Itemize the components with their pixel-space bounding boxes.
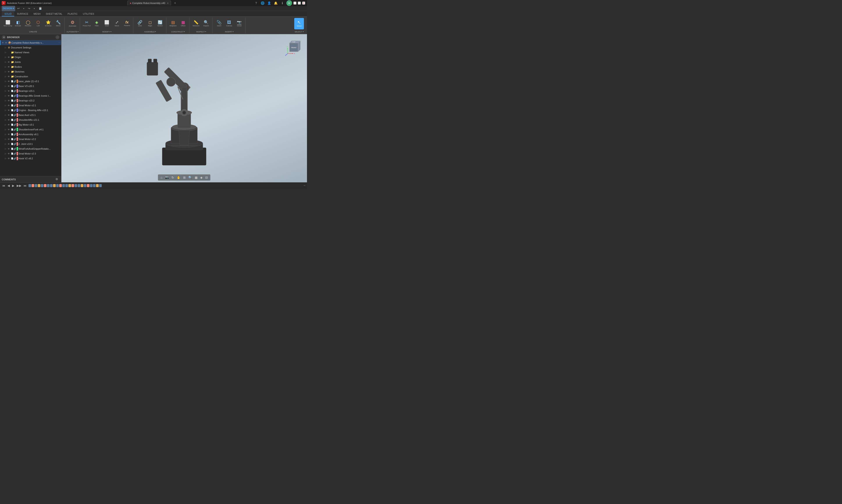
timeline-marker-7[interactable] [47,184,50,187]
component-eye-15[interactable]: 👁 [7,152,11,155]
tree-component-12[interactable]: ▷👁📄🔗Smal Motor v2:2 [0,137,61,142]
tree-component-15[interactable]: ▷👁📄🔗Smal Motor v2:3 [0,151,61,156]
user-avatar[interactable]: U [286,0,292,6]
timeline-marker-21[interactable] [90,184,92,187]
timeline-marker-16[interactable] [74,184,77,187]
timeline-marker-24[interactable] [99,184,102,187]
save-btn[interactable]: 💾 [37,6,43,10]
component-eye-12[interactable]: 👁 [7,138,11,141]
tree-component-2[interactable]: ▷👁📄🔗Bearings v15:1 [0,89,61,93]
notification-btn[interactable]: 🔔 [273,0,279,6]
shell-btn[interactable]: ⬜ Shell [102,18,111,29]
mirror-btn[interactable]: 🔧 Mirror [53,18,63,29]
select-btn[interactable]: ↖ Select [294,18,304,29]
tree-component-16[interactable]: ▷👁📄🔗Hook V2 v8:2 [0,156,61,161]
nav-cube[interactable]: TOP FRONT Y X Z [285,39,303,56]
browser-back-btn[interactable]: ◀ [2,35,6,39]
timeline-marker-2[interactable] [32,184,34,187]
timeline-marker-18[interactable] [81,184,83,187]
component-eye-8[interactable]: 👁 [7,119,11,121]
tab-mesh[interactable]: MESH [31,12,43,16]
component-eye-10[interactable]: 👁 [7,128,11,131]
tree-component-14[interactable]: ▷👁📄🔗WristForkAndGripperRotatio... [0,146,61,151]
canvas-btn[interactable]: 🖼 Canvas [224,18,234,29]
timeline-marker-23[interactable] [96,184,99,187]
close-btn[interactable]: ✕ [302,2,305,5]
timeline-marker-14[interactable] [68,184,71,187]
timeline-marker-3[interactable] [35,184,37,187]
timeline-marker-8[interactable] [50,184,53,187]
origin-eye[interactable]: 👁 [7,56,11,58]
component-eye-7[interactable]: 👁 [7,114,11,116]
timeline-track[interactable] [29,182,301,188]
offset-face-btn[interactable]: ▦ Offset [178,18,188,29]
timeline-marker-17[interactable] [77,184,80,187]
component-eye-5[interactable]: 👁 [7,104,11,107]
press-pull-btn[interactable]: ✂ Press Pull [82,18,91,29]
comments-settings-btn[interactable]: ⚙ [55,178,59,181]
new-tab-btn[interactable]: + [172,0,178,6]
measure-btn[interactable]: 📏 Measure [191,18,201,29]
tab-solid[interactable]: SOLID [2,12,14,16]
timeline-marker-20[interactable] [87,184,89,187]
redo-dropdown[interactable]: ▾ [32,6,37,11]
bodies-eye[interactable]: 👁 [7,66,11,68]
root-visibility[interactable]: 👁 [4,42,8,44]
timeline-marker-11[interactable] [59,184,62,187]
sketches-eye[interactable]: 👁 [7,71,11,73]
component-eye-1[interactable]: 👁 [7,85,11,87]
params-btn[interactable]: fx Params [122,18,132,29]
pan-btn[interactable]: ✋ [176,175,181,180]
timeline-marker-22[interactable] [93,184,95,187]
tree-component-4[interactable]: ▷👁📄🔗Bearings v15:2 [0,98,61,103]
component-eye-2[interactable]: 👁 [7,90,11,92]
undo-btn[interactable]: ↩ [16,6,21,11]
community-btn[interactable]: 🌐 [260,0,265,6]
tab-sheet-metal[interactable]: SHEET METAL [43,12,65,16]
timeline-play-btn[interactable]: ▶ [12,183,15,188]
help-btn[interactable]: ? [253,0,259,6]
loft-btn[interactable]: ⬡ Loft [33,18,43,29]
tree-component-0[interactable]: ▷👁📄🔗base_plate (2) v3:1 [0,79,61,84]
redo-btn[interactable]: ↪ [27,6,31,11]
tree-component-10[interactable]: ▷👁📄🔗ShoulderInnerFork v4:1 [0,127,61,132]
timeline-forward-btn[interactable]: ▶▶ [16,183,22,188]
timeline-marker-6[interactable] [44,184,47,187]
tree-component-7[interactable]: ▷👁📄🔗Base Axel v15:1 [0,113,61,118]
timeline-back-btn[interactable]: ◀ [7,183,10,188]
tree-construction[interactable]: ▷ 👁 📁 Construction [0,74,61,79]
timeline-marker-19[interactable] [84,184,86,187]
timeline-marker-4[interactable] [38,184,40,187]
minimize-btn[interactable]: ─ [293,2,296,5]
fillet-btn[interactable]: ◈ Fillet [92,18,102,29]
tree-sketches[interactable]: ▷ 👁 📁 Sketches [0,69,61,74]
extrude-btn[interactable]: ◧ Extrude [13,18,23,29]
tree-root-item[interactable]: ▼ 👁 📦 Complete Robot Assembly v... ⋯ [0,40,61,45]
tree-component-6[interactable]: ▷👁📄🔗Engine - Bearing Affix v15:1 [0,108,61,113]
orbit-btn[interactable]: ↻ [171,175,175,180]
tree-component-1[interactable]: ▷👁📄🔗Base V3 v20:1 [0,84,61,89]
viewport[interactable]: TOP FRONT Y X Z ⌂ 📷 ↻ ✋ [62,34,307,182]
maximize-btn[interactable]: □ [298,2,301,5]
joint-btn[interactable]: 🔗 Joint [135,18,145,29]
tree-component-11[interactable]: ▷👁📄🔗ArmAssembly v6:1 [0,132,61,137]
component-eye-14[interactable]: 👁 [7,148,11,150]
component-eye-11[interactable]: 👁 [7,133,11,136]
timeline-marker-12[interactable] [62,184,65,187]
component-eye-16[interactable]: 👁 [7,157,11,160]
tree-joints[interactable]: ▷ 👁 📁 Joints [0,59,61,65]
interference-btn[interactable]: 🔍 Inspect [201,18,211,29]
tree-doc-settings[interactable]: ▷ ⚙ Document Settings [0,45,61,50]
tab-close-btn[interactable]: ✕ [167,2,169,4]
tree-named-views[interactable]: ▷ 📁 Named Views [0,50,61,55]
midplane-btn[interactable]: ▤ Midplane [168,18,178,29]
motion-link-btn[interactable]: 🔄 Motion [155,18,165,29]
design-dropdown[interactable]: DESIGN ▾ [2,6,15,11]
insert-btn[interactable]: 📎 Insert [214,18,224,29]
emboss-btn[interactable]: ⭐ Emboss [43,18,53,29]
tree-component-5[interactable]: ▷👁📄🔗Smal Motor v2:1 [0,103,61,108]
browser-settings-btn[interactable]: ⋯ [55,35,59,39]
tree-bodies[interactable]: ▷ 👁 📁 Bodies [0,65,61,69]
tree-component-8[interactable]: ▷👁📄🔗ShoulderAffix v21:1 [0,118,61,122]
tab-plastic[interactable]: PLASTIC [65,12,80,16]
